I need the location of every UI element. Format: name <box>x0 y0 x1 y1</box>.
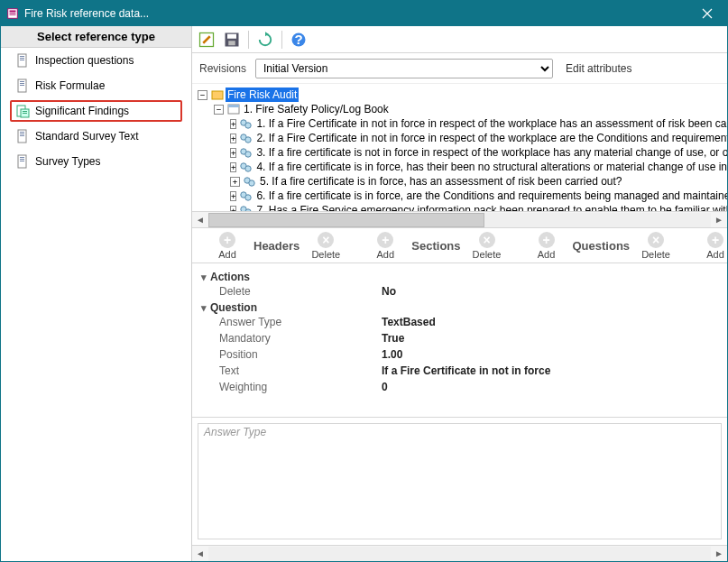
sidebar-item-standard-survey-text[interactable]: Standard Survey Text <box>10 125 182 147</box>
expand-toggle[interactable]: + <box>230 191 236 201</box>
prop-row: DeleteNo <box>201 283 718 299</box>
sections-add-button[interactable]: +Add <box>363 232 408 260</box>
edit-button[interactable] <box>198 31 216 49</box>
edit-attributes-link[interactable]: Edit attributes <box>566 62 631 75</box>
tree-item-label: 2. If a Fire Certificate in not in force… <box>254 131 727 145</box>
svg-rect-32 <box>228 105 239 107</box>
svg-point-40 <box>245 166 251 171</box>
question-icon <box>240 189 253 202</box>
question-icon <box>240 161 253 173</box>
svg-point-34 <box>245 123 251 128</box>
svg-rect-3 <box>10 14 16 15</box>
expand-toggle[interactable]: + <box>230 134 236 143</box>
tree-item-label: 7. Has a Fire Service emergency informat… <box>254 203 727 211</box>
tree-item-label: 6. If a fire certificate is in force, ar… <box>254 189 727 203</box>
sidebar: Select reference type Inspection questio… <box>1 26 192 561</box>
app-icon <box>6 7 19 20</box>
revisions-label: Revisions <box>199 62 246 75</box>
divider <box>281 31 282 49</box>
scroll-left[interactable]: ◄ <box>192 547 208 561</box>
sidebar-item-label: Significant Findings <box>35 105 129 117</box>
svg-rect-10 <box>20 83 24 84</box>
window: Fire Risk reference data... Select refer… <box>0 0 728 562</box>
svg-rect-22 <box>20 159 24 160</box>
expand-toggle[interactable]: + <box>230 148 236 158</box>
sidebar-item-significant-findings[interactable]: Significant Findings <box>10 100 182 122</box>
svg-rect-30 <box>212 91 223 99</box>
sidebar-item-risk-formulae[interactable]: Risk Formulae <box>10 75 182 97</box>
headers-add-button[interactable]: +Add <box>205 232 250 260</box>
svg-rect-14 <box>23 111 27 112</box>
tree-item[interactable]: +7. Has a Fire Service emergency informa… <box>198 203 722 211</box>
tree-item[interactable]: +6. If a fire certificate is in force, a… <box>198 189 722 203</box>
footer-label: Answer Type <box>198 424 721 440</box>
sidebar-item-label: Standard Survey Text <box>35 130 139 143</box>
refresh-button[interactable] <box>256 31 274 49</box>
svg-rect-2 <box>10 13 16 14</box>
doc-icon <box>15 154 30 169</box>
question-icon <box>240 117 253 130</box>
expand-toggle[interactable]: + <box>230 119 236 129</box>
expand-toggle[interactable]: − <box>214 105 224 115</box>
prop-row: MandatoryTrue <box>201 330 718 346</box>
svg-text:?: ? <box>294 32 302 47</box>
sidebar-item-label: Risk Formulae <box>35 79 105 92</box>
revisions-row: Revisions Initial Version Edit attribute… <box>192 53 727 84</box>
property-grid[interactable]: ▾Actions DeleteNo ▾Question Answer TypeT… <box>192 263 727 417</box>
svg-rect-19 <box>20 135 24 136</box>
prop-row: Answer TypeTextBased <box>201 314 718 330</box>
expand-toggle[interactable]: − <box>198 90 207 100</box>
window-title: Fire Risk reference data... <box>24 7 149 20</box>
revisions-select[interactable]: Initial Version <box>255 59 553 78</box>
svg-rect-27 <box>228 41 235 45</box>
scroll-right[interactable]: ► <box>711 213 727 227</box>
tree-item[interactable]: +2. If a Fire Certificate in not in forc… <box>198 131 722 145</box>
svg-rect-6 <box>20 58 24 59</box>
tree-item-label: 3. If a fire certificate is not in force… <box>254 145 727 160</box>
tree-item-label: 5. If a fire certificate is in force, ha… <box>258 174 624 189</box>
svg-rect-17 <box>20 132 24 133</box>
svg-rect-15 <box>23 113 27 114</box>
sections-label: Sections <box>408 239 464 253</box>
tree[interactable]: − Fire Risk Audit − 1. Fire Safety Polic… <box>192 84 727 211</box>
scroll-right[interactable]: ► <box>711 547 727 561</box>
svg-rect-21 <box>20 157 24 158</box>
tree-item[interactable]: +5. If a fire certificate is in force, h… <box>198 174 722 189</box>
titlebar: Fire Risk reference data... <box>1 1 727 26</box>
sections-delete-button[interactable]: ×Delete <box>465 232 510 260</box>
doc-icon <box>15 53 30 68</box>
tree-item[interactable]: +3. If a fire certificate is not in forc… <box>198 145 722 160</box>
tree-hscrollbar[interactable]: ◄ ► <box>192 211 727 227</box>
svg-rect-11 <box>20 85 24 86</box>
main-panel: ? Revisions Initial Version Edit attribu… <box>192 26 727 561</box>
svg-point-42 <box>249 180 254 186</box>
svg-point-36 <box>245 137 251 143</box>
save-button[interactable] <box>223 31 241 49</box>
questions-add-button[interactable]: +Add <box>524 232 569 260</box>
sidebar-item-inspection-questions[interactable]: Inspection questions <box>10 50 182 71</box>
tree-item[interactable]: +1. If a Fire Certificate in not in forc… <box>198 116 722 131</box>
headers-delete-button[interactable]: ×Delete <box>303 232 348 260</box>
question-icon <box>240 132 253 144</box>
tree-section[interactable]: 1. Fire Safety Policy/Log Book <box>242 102 391 116</box>
action-strip: +Add Headers ×Delete +Add Sections ×Dele… <box>192 227 727 263</box>
sidebar-item-survey-types[interactable]: Survey Types <box>10 151 182 172</box>
help-button[interactable]: ? <box>290 31 308 49</box>
svg-rect-23 <box>20 161 24 161</box>
tree-item[interactable]: +4. If a fire certificate is in force, h… <box>198 160 722 174</box>
actions-group-header[interactable]: ▾Actions <box>201 271 718 283</box>
answers-add-button[interactable]: +Add <box>693 232 727 260</box>
tree-root[interactable]: Fire Risk Audit <box>226 88 299 102</box>
expand-toggle[interactable]: + <box>230 162 236 172</box>
question-group-header[interactable]: ▾Question <box>201 301 718 314</box>
svg-rect-1 <box>10 11 16 13</box>
footer-hscrollbar[interactable]: ◄ ► <box>192 545 727 561</box>
close-button[interactable] <box>687 1 727 26</box>
svg-rect-26 <box>227 33 236 38</box>
expand-toggle[interactable]: + <box>230 177 240 187</box>
questions-delete-button[interactable]: ×Delete <box>633 232 678 260</box>
question-icon <box>244 175 256 188</box>
scroll-left[interactable]: ◄ <box>192 213 208 227</box>
section-icon <box>227 103 240 115</box>
headers-label: Headers <box>250 239 303 253</box>
